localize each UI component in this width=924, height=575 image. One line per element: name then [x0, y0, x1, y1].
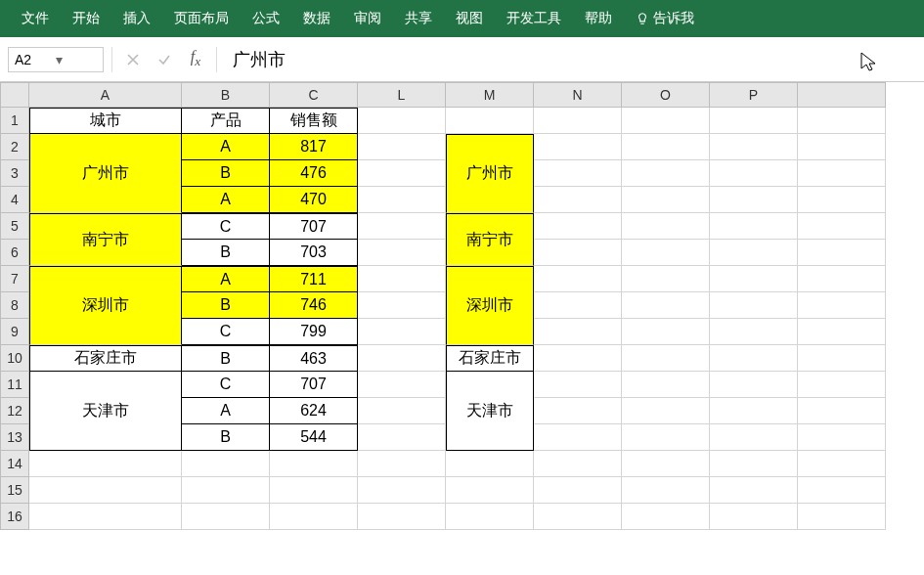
cell[interactable]: 544 — [270, 424, 358, 451]
cell[interactable] — [29, 451, 182, 477]
cell[interactable] — [622, 108, 710, 134]
tab-review[interactable]: 审阅 — [342, 0, 393, 37]
cell[interactable] — [798, 319, 886, 345]
cell[interactable]: 711 — [270, 266, 358, 292]
cell[interactable] — [798, 187, 886, 213]
cell[interactable] — [358, 266, 446, 292]
cell[interactable] — [358, 187, 446, 213]
cell[interactable] — [622, 266, 710, 292]
cell[interactable] — [358, 424, 446, 451]
row-header[interactable]: 14 — [0, 451, 29, 477]
cell[interactable] — [358, 345, 446, 372]
cell[interactable] — [798, 134, 886, 160]
col-header-B[interactable]: B — [182, 82, 270, 108]
cell[interactable] — [534, 134, 622, 160]
cell[interactable]: 470 — [270, 187, 358, 213]
cell[interactable]: C — [182, 213, 270, 240]
cell[interactable] — [534, 451, 622, 477]
cell[interactable] — [270, 504, 358, 530]
cell[interactable] — [798, 345, 886, 372]
col-header-O[interactable]: O — [622, 82, 710, 108]
cell[interactable] — [358, 213, 446, 240]
tab-help[interactable]: 帮助 — [573, 0, 624, 37]
cell[interactable] — [710, 451, 798, 477]
cell[interactable] — [534, 108, 622, 134]
cell[interactable] — [798, 504, 886, 530]
row-header[interactable]: 1 — [0, 108, 29, 134]
cell[interactable]: A — [182, 134, 270, 160]
cell[interactable] — [622, 187, 710, 213]
cell[interactable]: B — [182, 424, 270, 451]
cell[interactable] — [182, 451, 270, 477]
tab-developer[interactable]: 开发工具 — [495, 0, 573, 37]
cell[interactable] — [622, 319, 710, 345]
cell[interactable] — [534, 345, 622, 372]
row-header[interactable]: 15 — [0, 477, 29, 504]
row-header[interactable]: 3 — [0, 160, 29, 187]
col-header-M[interactable]: M — [446, 82, 534, 108]
row-header[interactable]: 7 — [0, 266, 29, 292]
cell[interactable]: 703 — [270, 240, 358, 266]
col-header-A[interactable]: A — [29, 82, 182, 108]
cell[interactable] — [270, 477, 358, 504]
cell-merged[interactable]: 深圳市 — [29, 266, 182, 345]
cell[interactable] — [622, 240, 710, 266]
name-box[interactable]: A2 ▾ — [8, 47, 104, 72]
cell[interactable] — [710, 240, 798, 266]
col-header-C[interactable]: C — [270, 82, 358, 108]
cell[interactable] — [710, 108, 798, 134]
cell[interactable] — [534, 477, 622, 504]
row-header[interactable]: 2 — [0, 134, 29, 160]
cell[interactable] — [446, 451, 534, 477]
cell[interactable] — [534, 319, 622, 345]
cell[interactable] — [622, 504, 710, 530]
row-header[interactable]: 11 — [0, 372, 29, 398]
cell[interactable]: 石家庄市 — [29, 345, 182, 372]
row-header[interactable]: 10 — [0, 345, 29, 372]
col-header-L[interactable]: L — [358, 82, 446, 108]
cell-merged[interactable]: 天津市 — [29, 372, 182, 451]
cell[interactable]: C — [182, 372, 270, 398]
cell[interactable] — [358, 160, 446, 187]
cell[interactable] — [710, 319, 798, 345]
cell[interactable] — [798, 424, 886, 451]
cell[interactable] — [710, 213, 798, 240]
cell[interactable] — [358, 134, 446, 160]
cell[interactable] — [29, 477, 182, 504]
cell[interactable] — [358, 319, 446, 345]
tab-formulas[interactable]: 公式 — [241, 0, 291, 37]
cell[interactable] — [534, 266, 622, 292]
cell-merged[interactable]: 广州市 — [29, 134, 182, 213]
cell[interactable] — [270, 451, 358, 477]
row-header[interactable]: 16 — [0, 504, 29, 530]
cell[interactable] — [358, 240, 446, 266]
cell[interactable] — [622, 292, 710, 319]
tab-insert[interactable]: 插入 — [111, 0, 162, 37]
col-header-P[interactable]: P — [710, 82, 798, 108]
cell[interactable]: A — [182, 398, 270, 424]
cell[interactable]: B — [182, 292, 270, 319]
cell[interactable]: 624 — [270, 398, 358, 424]
cell[interactable] — [534, 240, 622, 266]
cell[interactable] — [710, 477, 798, 504]
cell[interactable]: B — [182, 160, 270, 187]
cell[interactable] — [358, 372, 446, 398]
cell[interactable]: B — [182, 240, 270, 266]
cell[interactable] — [710, 424, 798, 451]
tab-page-layout[interactable]: 页面布局 — [162, 0, 241, 37]
cell[interactable] — [182, 477, 270, 504]
cell[interactable] — [798, 266, 886, 292]
cell[interactable]: 817 — [270, 134, 358, 160]
cell[interactable] — [798, 477, 886, 504]
cell[interactable]: A — [182, 266, 270, 292]
cell[interactable] — [446, 477, 534, 504]
tell-me[interactable]: 告诉我 — [628, 10, 702, 27]
cell[interactable]: A — [182, 187, 270, 213]
cell[interactable] — [710, 266, 798, 292]
cell[interactable] — [710, 372, 798, 398]
cell[interactable]: 707 — [270, 372, 358, 398]
tab-home[interactable]: 开始 — [61, 0, 111, 37]
cell[interactable] — [534, 187, 622, 213]
tab-file[interactable]: 文件 — [10, 0, 61, 37]
cell[interactable] — [358, 292, 446, 319]
